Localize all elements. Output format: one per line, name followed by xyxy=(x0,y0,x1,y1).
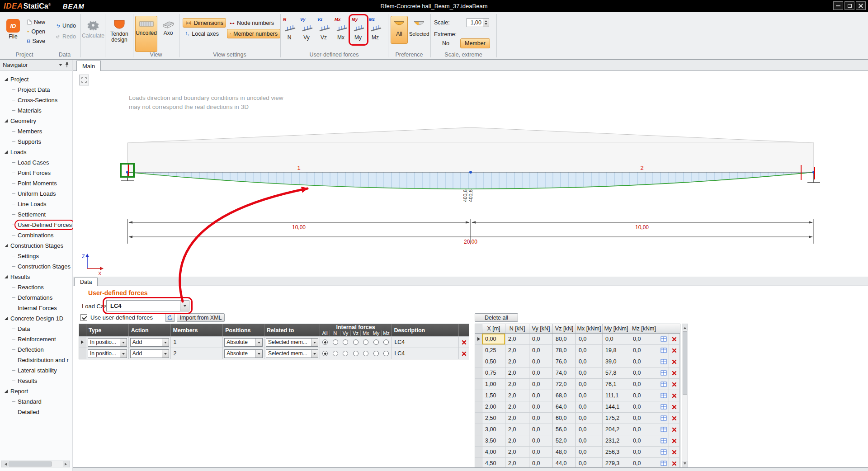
nav-item-results[interactable]: Results xyxy=(0,272,72,282)
nav-item-reinforcement[interactable]: Reinforcement xyxy=(0,334,72,344)
expander-icon[interactable] xyxy=(5,151,8,154)
value-cell[interactable]: 4,00 xyxy=(482,447,505,457)
udf-n-button[interactable]: NN xyxy=(281,16,297,44)
value-cell[interactable]: 0,0 xyxy=(576,379,603,390)
value-cell[interactable]: 0,0 xyxy=(576,458,603,468)
column-header-action[interactable]: Action xyxy=(129,324,171,336)
related-to-dropdown[interactable]: Selected mem... xyxy=(266,349,318,358)
navigator-scrollbar[interactable] xyxy=(1,461,70,467)
value-cell[interactable]: 0,0 xyxy=(630,345,658,356)
nav-item-construction-stages[interactable]: Construction Stages xyxy=(0,261,72,272)
value-cell[interactable]: 2,0 xyxy=(505,334,529,344)
value-cell[interactable]: 0,0 xyxy=(529,413,553,424)
scroll-right-icon[interactable] xyxy=(63,461,70,467)
row-table-button[interactable] xyxy=(658,356,669,367)
row-delete-button[interactable] xyxy=(669,356,680,367)
column-header-vz-kn[interactable]: Vz [kN] xyxy=(553,324,576,333)
tab-main[interactable]: Main xyxy=(76,61,101,71)
expander-icon[interactable] xyxy=(5,244,8,247)
value-cell[interactable]: 256,3 xyxy=(603,447,630,457)
import-xml-button[interactable]: Import from XML xyxy=(177,313,225,322)
row-table-button[interactable] xyxy=(658,424,669,435)
value-cell[interactable]: 52,0 xyxy=(553,435,576,446)
force-radio-vz[interactable] xyxy=(353,339,359,345)
load-case-dropdown[interactable]: LC4 xyxy=(106,300,189,311)
action-dropdown[interactable]: Add xyxy=(130,338,169,347)
nav-item-materials[interactable]: Materials xyxy=(0,105,72,116)
nav-item-reactions[interactable]: Reactions xyxy=(0,282,72,292)
udf-vz-button[interactable]: VzVz xyxy=(316,16,332,44)
value-cell[interactable]: 0,0 xyxy=(630,424,658,435)
value-cell[interactable]: 2,0 xyxy=(505,345,529,356)
force-radio-mx[interactable] xyxy=(363,351,368,356)
value-cell[interactable]: 111,1 xyxy=(603,390,630,401)
value-cell[interactable]: 0,0 xyxy=(576,334,603,344)
value-cell[interactable]: 44,0 xyxy=(553,458,576,468)
calculate-button[interactable]: Calculate xyxy=(83,16,104,52)
value-cell[interactable]: 0,0 xyxy=(529,424,553,435)
row-table-button[interactable] xyxy=(658,367,669,378)
refresh-button[interactable] xyxy=(165,313,175,322)
value-cell[interactable]: 279,3 xyxy=(603,458,630,468)
value-cell[interactable]: 0,0 xyxy=(576,345,603,356)
nav-item-deflection[interactable]: Deflection xyxy=(0,344,72,355)
nav-item-concrete-design-1d[interactable]: Concrete Design 1D xyxy=(0,313,72,324)
value-cell[interactable]: 80,0 xyxy=(553,334,576,344)
nav-item-project[interactable]: Project xyxy=(0,74,72,85)
udf-vy-button[interactable]: VyVy xyxy=(298,16,315,44)
nav-item-deformations[interactable]: Deformations xyxy=(0,292,72,303)
value-cell[interactable]: 64,0 xyxy=(553,401,576,412)
column-header-mx-knm[interactable]: Mx [kNm] xyxy=(576,324,603,333)
column-header-mz-knm[interactable]: Mz [kNm] xyxy=(630,324,658,333)
delete-all-button[interactable]: Delete all xyxy=(475,313,518,322)
value-cell[interactable]: 0,0 xyxy=(630,379,658,390)
udf-mx-button[interactable]: MxMx xyxy=(333,16,349,44)
value-cell[interactable]: 0,0 xyxy=(576,447,603,457)
column-header-description[interactable]: Description xyxy=(392,324,459,336)
force-radio-my[interactable] xyxy=(373,339,379,345)
nav-item-geometry[interactable]: Geometry xyxy=(0,116,72,126)
value-cell[interactable]: 0,0 xyxy=(576,367,603,378)
udf-my-button[interactable]: MyMy xyxy=(350,16,366,44)
row-table-button[interactable] xyxy=(658,413,669,424)
nav-item-construction-stages[interactable]: Construction Stages xyxy=(0,240,72,251)
value-cell[interactable]: 0,0 xyxy=(529,458,553,468)
force-radio-n[interactable] xyxy=(333,351,338,356)
preference-all-button[interactable]: All xyxy=(391,16,408,44)
value-cell[interactable]: 2,0 xyxy=(505,390,529,401)
value-cell[interactable]: 60,0 xyxy=(553,413,576,424)
value-cell[interactable]: 0,0 xyxy=(529,367,553,378)
value-cell[interactable]: 0,0 xyxy=(576,413,603,424)
row-table-button[interactable] xyxy=(658,435,669,446)
row-delete-button[interactable] xyxy=(669,447,680,457)
force-radio-vy[interactable] xyxy=(343,339,348,345)
force-radio-mx[interactable] xyxy=(363,339,368,345)
column-header-x-m[interactable]: X [m] xyxy=(482,324,505,333)
nav-item-standard[interactable]: Standard xyxy=(0,396,72,407)
nav-item-redistribution-and-r[interactable]: Redistribution and r xyxy=(0,355,72,365)
row-delete-button[interactable] xyxy=(669,435,680,446)
value-cell[interactable]: 72,0 xyxy=(553,379,576,390)
description-value[interactable]: LC4 xyxy=(392,339,405,345)
new-button[interactable]: New xyxy=(24,18,48,26)
value-cell[interactable]: 144,1 xyxy=(603,401,630,412)
value-cell[interactable]: 2,0 xyxy=(505,401,529,412)
delete-row-button[interactable] xyxy=(460,339,468,346)
nav-item-members[interactable]: Members xyxy=(0,126,72,137)
nav-item-detailed[interactable]: Detailed xyxy=(0,407,72,417)
value-cell[interactable]: 0,0 xyxy=(630,334,658,344)
value-cell[interactable]: 56,0 xyxy=(553,424,576,435)
value-cell[interactable]: 0,0 xyxy=(576,424,603,435)
value-cell[interactable]: 0,0 xyxy=(529,401,553,412)
value-cell[interactable]: 3,00 xyxy=(482,424,505,435)
value-cell[interactable]: 4,50 xyxy=(482,458,505,468)
pin-icon[interactable] xyxy=(65,62,69,68)
value-cell[interactable]: 74,0 xyxy=(553,367,576,378)
scrollbar-thumb[interactable] xyxy=(683,331,687,395)
value-cell[interactable]: 2,0 xyxy=(505,356,529,367)
value-cell[interactable]: 2,00 xyxy=(482,401,505,412)
value-cell[interactable]: 39,0 xyxy=(603,356,630,367)
value-cell[interactable]: 0,0 xyxy=(529,435,553,446)
delete-row-button[interactable] xyxy=(460,350,468,358)
nav-item-cross-sections[interactable]: Cross-Sections xyxy=(0,95,72,105)
